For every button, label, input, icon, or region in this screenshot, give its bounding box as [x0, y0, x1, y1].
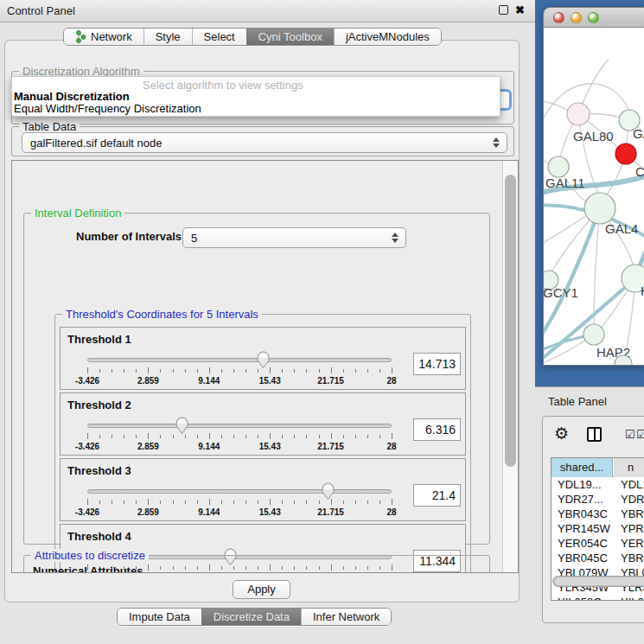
gear-icon[interactable]: ⚙	[554, 425, 569, 443]
slider-tick	[148, 367, 149, 373]
slider-tick	[392, 367, 392, 373]
node-table[interactable]: shared... n YDL19...YDL1YDR27...YDR2YBR0…	[551, 457, 644, 601]
group-title: Interval Definition	[31, 207, 124, 220]
table-hscrollbar[interactable]	[552, 576, 644, 587]
slider-tick	[270, 433, 271, 439]
slider-track[interactable]	[87, 489, 392, 494]
slider-tick	[379, 435, 380, 438]
cell-shared-name: YDL19...	[558, 478, 602, 491]
table-data-combobox[interactable]: galFiltered.sif default node	[22, 132, 507, 153]
slider-track[interactable]	[87, 424, 392, 428]
table-row[interactable]: YBR043CYBR0	[552, 507, 644, 521]
slider-tick	[87, 367, 88, 373]
slider-tick	[294, 501, 295, 504]
checkbox-icon[interactable]: ☑	[636, 428, 644, 441]
slider-tick	[185, 369, 186, 373]
network-node[interactable]	[548, 156, 569, 177]
slider-thumb[interactable]	[257, 351, 270, 369]
table-row[interactable]: YIL052CYIL0	[552, 595, 644, 601]
group-title: Threshold's Coordinates for 5 Intervals	[62, 308, 262, 321]
slider-tick-label: 28	[370, 376, 413, 386]
number-of-intervals-combobox[interactable]: 5	[182, 227, 406, 248]
slider-tick	[136, 435, 137, 438]
network-node[interactable]	[583, 324, 604, 345]
table-row[interactable]: YBR045CYBR0	[552, 551, 644, 565]
network-window-titlebar	[544, 8, 644, 28]
slider-tick-label: 28	[370, 507, 413, 517]
cyni-mode-tabs: Impute Data Discretize Data Infer Networ…	[117, 608, 392, 626]
cell-name: YBR0	[621, 552, 644, 564]
slider-tick	[209, 433, 210, 439]
slider-tick	[294, 435, 295, 438]
tab-style[interactable]: Style	[143, 29, 192, 45]
tab-network[interactable]: Network	[64, 29, 143, 45]
cell-shared-name: YER054C	[558, 537, 608, 550]
table-header: shared... n	[552, 458, 644, 477]
tab-jactivemnodules[interactable]: jActiveMNodules	[334, 29, 441, 45]
cell-name: YIL0	[621, 596, 644, 601]
table-row[interactable]: YDR27...YDR2	[552, 492, 644, 507]
slider-thumb[interactable]	[175, 417, 188, 435]
table-row[interactable]: YER054CYER0	[552, 536, 644, 551]
slider-track[interactable]	[87, 358, 392, 362]
slider-tick-label: 15.43	[248, 376, 291, 386]
panel-scrollbar-thumb[interactable]	[505, 175, 516, 467]
slider-tick	[379, 501, 380, 504]
tab-infer-network[interactable]: Infer Network	[301, 609, 391, 625]
cell-shared-name: YIL052C	[558, 596, 602, 601]
network-canvas[interactable]: GAL80GACGAL11GAL4GCY1HHAP2	[544, 28, 644, 366]
close-icon[interactable]: ✖	[515, 5, 525, 15]
network-edge	[544, 216, 585, 245]
panel-scrollbar[interactable]	[502, 161, 518, 572]
slider-tick	[294, 369, 295, 373]
network-node[interactable]	[615, 143, 636, 164]
threshold-value-field[interactable]: 21.4	[413, 484, 461, 507]
slider-tick	[306, 501, 307, 504]
close-light-icon[interactable]	[553, 12, 564, 23]
slider-tick	[124, 435, 124, 438]
tab-cyni-toolbox[interactable]: Cyni Toolbox	[246, 29, 334, 45]
column-header-name[interactable]: n	[614, 458, 644, 477]
slider-tick	[209, 367, 210, 373]
slider-thumb[interactable]	[322, 482, 335, 501]
slider-tick-label: -3.426	[66, 507, 109, 517]
slider-tick	[136, 501, 137, 504]
table-panel: Table Panel ⚙ ☑ ☑ shared... n YDL19...YD…	[535, 386, 644, 644]
slider-tick	[209, 499, 210, 505]
checkbox-icon[interactable]: ☑	[625, 428, 635, 441]
cell-shared-name: YBR045C	[558, 552, 608, 564]
attributes-group: Attributes to discretize Numerical Attri…	[23, 555, 490, 573]
screen: Control Panel ✖ Network Style Select Cyn…	[0, 0, 644, 644]
split-view-icon[interactable]	[587, 427, 602, 442]
tab-discretize-data[interactable]: Discretize Data	[201, 609, 301, 625]
column-header-shared-name[interactable]: shared...	[552, 458, 613, 477]
table-panel-body: ⚙ ☑ ☑ shared... n YDL19...YDL1YDR27...YD…	[542, 416, 644, 623]
network-node[interactable]	[567, 103, 590, 125]
minimize-light-icon[interactable]	[571, 12, 582, 23]
network-node-label: GAL80	[573, 129, 614, 143]
slider-tick	[367, 501, 368, 504]
zoom-light-icon[interactable]	[588, 12, 599, 23]
slider-tick	[367, 369, 368, 373]
table-row[interactable]: YDL19...YDL1	[552, 477, 644, 492]
slider-tick	[258, 435, 258, 438]
threshold-value-field[interactable]: 6.316	[413, 418, 461, 441]
table-row[interactable]: YPR145WYPR1	[552, 521, 644, 536]
float-window-icon[interactable]	[499, 5, 508, 15]
combo-arrows-icon	[493, 137, 500, 148]
slider-tick	[392, 499, 392, 505]
slider-tick	[221, 435, 222, 438]
threshold-row: Threshold 1-3.4262.8599.14415.4321.71528…	[60, 327, 466, 390]
traffic-lights	[553, 12, 599, 23]
table-hscrollbar-thumb[interactable]	[555, 577, 644, 585]
tab-select[interactable]: Select	[192, 29, 246, 45]
popup-item-manual-discretization[interactable]: Manual Discretization	[14, 90, 130, 103]
cell-name: YER0	[621, 537, 644, 550]
tab-impute-data[interactable]: Impute Data	[118, 609, 201, 625]
network-node[interactable]	[584, 193, 615, 224]
popup-item-equal-width-frequency[interactable]: Equal Width/Frequency Discretization	[14, 102, 201, 115]
slider-tick-label: 21.715	[309, 507, 353, 517]
apply-button[interactable]: Apply	[233, 580, 290, 599]
threshold-value-field[interactable]: 14.713	[413, 353, 461, 375]
network-edge	[544, 100, 569, 111]
